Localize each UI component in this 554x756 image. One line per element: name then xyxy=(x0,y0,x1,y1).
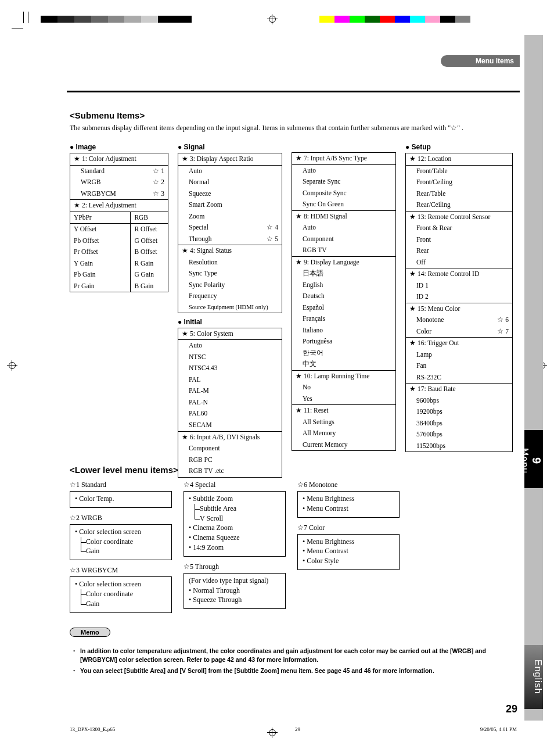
star-icon: ★ xyxy=(74,155,80,162)
memo: Memo In addition to color temperature ad… xyxy=(70,628,517,682)
footer: 13_DPX-1300_E.p65 29 9/20/05, 4:01 PM xyxy=(70,726,517,732)
crop-mark xyxy=(28,12,28,23)
desc-b: " . xyxy=(457,124,463,132)
box-wrgb: • Color selection screen Color coordinat… xyxy=(70,524,172,560)
page-number: 29 xyxy=(506,703,517,715)
signal-table-2: ★ 7: Input A/B Sync Type Auto Separate S… xyxy=(292,152,396,451)
box-standard: • Color Temp. xyxy=(70,491,172,508)
signal-table: ★ 3: Display Aspect Ratio Auto Normal Sq… xyxy=(178,153,282,313)
box-through: (For video type input signal) • Normal T… xyxy=(184,573,286,609)
initial-table: ★ 5: Color System Auto NTSC NTSC4.43 PAL… xyxy=(178,328,282,478)
submenu-desc: The submenus display different items dep… xyxy=(70,124,517,132)
setup-table: ★ 12: Location Front/Table Front/Ceiling… xyxy=(405,153,513,452)
memo-item: In addition to color temperature adjustm… xyxy=(80,647,517,664)
open-star-icon: ☆ xyxy=(451,124,457,132)
cat-image: Image xyxy=(70,143,168,151)
header-section: Menu items xyxy=(441,55,520,67)
header-rule-sub xyxy=(67,92,520,93)
box-wrgbycm: • Color selection screen Color coordinat… xyxy=(70,576,172,612)
box-special: • Subtitle Zoom Subtitle Area V Scroll •… xyxy=(184,491,286,557)
crop-mark xyxy=(12,28,23,28)
cat-setup: Setup xyxy=(405,143,513,151)
main-content: <Submenu Items> The submenus display dif… xyxy=(70,110,517,478)
box-color: • Menu Brightness • Menu Contrast • Colo… xyxy=(297,534,400,570)
cat-initial: Initial xyxy=(178,318,282,326)
cat-signal: Signal xyxy=(178,143,282,151)
memo-item: You can select [Subtitle Area] and [V Sc… xyxy=(80,667,517,675)
chapter-tab: 9 Menu xyxy=(524,430,543,488)
lower-title: <Lower level menu items> xyxy=(70,465,517,475)
footer-file: 13_DPX-1300_E.p65 xyxy=(70,726,115,732)
image-table: ★ 1: Color Adjustment Standard☆ 1 WRGB☆ … xyxy=(70,153,168,292)
chapter-number: 9 xyxy=(530,430,543,488)
header-rule xyxy=(67,91,520,92)
lower-level: <Lower level menu items> ☆1 Standard • C… xyxy=(70,465,517,613)
footer-page: 29 xyxy=(295,726,300,732)
page: 9 Menu English Menu items <Submenu Items… xyxy=(32,35,543,732)
language-tab: English xyxy=(524,645,543,709)
registration-mark-icon xyxy=(267,14,278,24)
side-tab-bg xyxy=(524,35,543,721)
calibration-bar-right xyxy=(319,16,470,23)
crop-mark xyxy=(23,12,24,23)
memo-label: Memo xyxy=(70,628,110,637)
calibration-bar-left xyxy=(41,16,192,23)
submenu-title: <Submenu Items> xyxy=(70,110,517,120)
footer-date: 9/20/05, 4:01 PM xyxy=(480,726,517,732)
chapter-label: Menu xyxy=(520,445,530,474)
desc-a: The submenus display different items dep… xyxy=(70,124,451,132)
registration-mark-icon xyxy=(7,360,17,371)
box-monotone: • Menu Brightness • Menu Contrast xyxy=(297,491,400,518)
